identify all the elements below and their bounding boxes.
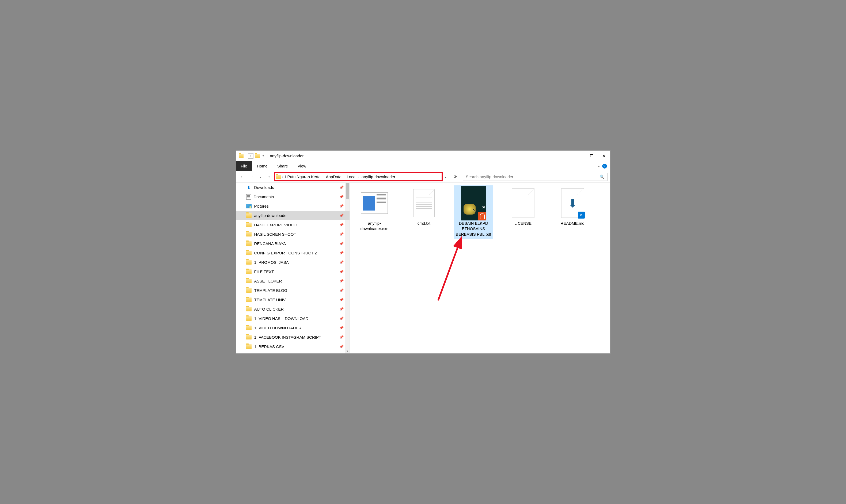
pin-icon: 📌 xyxy=(339,223,343,227)
pin-icon: 📌 xyxy=(339,232,343,236)
pin-icon: 📌 xyxy=(339,251,343,255)
pin-icon: 📌 xyxy=(339,345,343,348)
folder-icon xyxy=(246,326,251,330)
pin-icon: 📌 xyxy=(339,270,343,274)
tree-item[interactable]: FILE TEXT📌 xyxy=(236,267,350,276)
tree-item[interactable]: anyflip-downloader📌 xyxy=(236,211,350,220)
breadcrumb-segment[interactable]: anyflip-downloader xyxy=(360,174,396,180)
tree-item-label: 1. VIDEO HASIL DOWNLOAD xyxy=(254,316,309,321)
chevron-right-icon[interactable]: › xyxy=(282,175,283,178)
qat-properties-icon[interactable]: ✓ xyxy=(248,153,253,159)
tree-item-label: AUTO CLICKER xyxy=(254,307,284,311)
chevron-right-icon[interactable]: › xyxy=(358,175,359,178)
file-item[interactable]: LICENSE xyxy=(504,185,543,239)
tree-item[interactable]: HASIL SCREN SHOOT📌 xyxy=(236,230,350,239)
pin-icon: 📌 xyxy=(339,335,343,339)
folder-icon xyxy=(246,260,251,265)
tree-item[interactable]: RENCANA BIAYA📌 xyxy=(236,239,350,248)
file-item[interactable]: cmd.txt xyxy=(405,185,443,239)
folder-icon xyxy=(246,288,251,293)
close-button[interactable]: ✕ xyxy=(598,150,610,161)
tree-item-label: HASIL SCREN SHOOT xyxy=(254,232,296,236)
address-history-dropdown[interactable]: ⌄ xyxy=(444,175,447,178)
tree-item[interactable]: 1. PROMOSI JASA📌 xyxy=(236,258,350,267)
file-thumbnail xyxy=(361,187,388,219)
ribbon-tab-home[interactable]: Home xyxy=(252,161,272,171)
chevron-right-icon[interactable]: › xyxy=(323,175,324,178)
file-list-pane[interactable]: anyflip-downloader.execmd.txt↖XIDESAIN E… xyxy=(350,183,610,354)
tree-item[interactable]: 1. VIDEO HASIL DOWNLOAD📌 xyxy=(236,314,350,323)
tree-item-label: TEMPLATE UNIV xyxy=(254,298,286,302)
pin-icon: 📌 xyxy=(339,279,343,283)
file-item[interactable]: ↖XIDESAIN ELKPD ETNOSAINS BERBASIS PBL.p… xyxy=(454,185,493,239)
folder-icon xyxy=(246,251,251,255)
address-bar[interactable]: › I Putu Ngurah Kerta › AppData › Local … xyxy=(274,172,443,181)
tree-item-label: CONFIG EXPORT CONSTRUCT 2 xyxy=(254,251,317,255)
download-icon: ⬇ xyxy=(246,185,251,190)
qat-newfolder-icon[interactable] xyxy=(255,154,260,158)
tree-item-label: Pictures xyxy=(254,204,269,209)
help-icon[interactable]: ? xyxy=(602,164,607,168)
recent-dropdown-icon[interactable]: ⌄ xyxy=(257,173,264,181)
tree-item-label: HASIL EXPORT VIDEO xyxy=(254,222,297,227)
search-box[interactable]: 🔍 xyxy=(463,173,607,181)
pin-icon: 📌 xyxy=(339,195,343,199)
ribbon-collapse-icon[interactable]: ⌄ xyxy=(598,164,600,168)
ribbon-file-tab[interactable]: File xyxy=(236,161,252,171)
file-label: DESAIN ELKPD ETNOSAINS BERBASIS PBL.pdf xyxy=(456,221,491,237)
tree-item[interactable]: Pictures📌 xyxy=(236,201,350,211)
tree-item[interactable]: AUTO CLICKER📌 xyxy=(236,304,350,314)
tree-item-label: Downloads xyxy=(254,185,274,190)
tree-item[interactable]: CONFIG EXPORT CONSTRUCT 2📌 xyxy=(236,248,350,258)
up-button[interactable]: ↑ xyxy=(266,174,272,180)
explorer-window: ✓ ▾ anyflip-downloader ─ ☐ ✕ File Home S… xyxy=(236,150,611,354)
tree-item[interactable]: ⬇Downloads📌 xyxy=(236,183,350,192)
window-folder-icon xyxy=(239,154,244,158)
tree-item-label: TEMPLATE BLOG xyxy=(254,288,287,293)
minimize-button[interactable]: ─ xyxy=(573,150,586,161)
breadcrumb-segment[interactable]: I Putu Ngurah Kerta xyxy=(284,174,322,180)
navigation-bar: ← → ⌄ ↑ › I Putu Ngurah Kerta › AppData … xyxy=(236,171,610,183)
tree-item[interactable]: 1. BERKAS CSV📌 xyxy=(236,342,350,351)
tree-item-label: 1. VIDEO DOWNLOADER xyxy=(254,326,302,330)
ribbon-tab-share[interactable]: Share xyxy=(272,161,293,171)
picture-icon xyxy=(246,204,251,209)
search-icon[interactable]: 🔍 xyxy=(600,175,604,179)
pin-icon: 📌 xyxy=(339,241,343,246)
tree-item-label: Documents xyxy=(254,195,274,199)
pin-icon: 📌 xyxy=(339,317,343,321)
file-thumbnail: ↖XI xyxy=(460,187,487,219)
tree-item[interactable]: 1. VIDEO DOWNLOADER📌 xyxy=(236,323,350,332)
refresh-button[interactable]: ⟳ xyxy=(454,175,457,179)
file-item[interactable]: ⬇⭘README.md xyxy=(553,185,592,239)
tree-item[interactable]: HASIL EXPORT VIDEO📌 xyxy=(236,220,350,230)
forward-button[interactable]: → xyxy=(248,173,255,181)
qat-dropdown-icon[interactable]: ▾ xyxy=(262,154,265,157)
search-input[interactable] xyxy=(466,175,600,179)
window-title: anyflip-downloader xyxy=(268,154,304,158)
file-item[interactable]: anyflip-downloader.exe xyxy=(355,185,394,239)
chevron-right-icon[interactable]: › xyxy=(343,175,345,178)
breadcrumb-segment[interactable]: Local xyxy=(346,174,357,180)
navigation-pane[interactable]: ▲ ▼ ⬇Downloads📌Documents📌Pictures📌anyfli… xyxy=(236,183,350,354)
back-button[interactable]: ← xyxy=(239,173,246,181)
tree-item[interactable]: TEMPLATE UNIV📌 xyxy=(236,295,350,304)
tree-item[interactable]: TEMPLATE BLOG📌 xyxy=(236,286,350,295)
folder-icon xyxy=(246,213,251,218)
folder-icon xyxy=(246,279,251,283)
tree-item[interactable]: ASSET LOKER📌 xyxy=(236,276,350,286)
tree-item[interactable]: Documents📌 xyxy=(236,192,350,201)
tree-item-label: ASSET LOKER xyxy=(254,279,282,283)
breadcrumb-segment[interactable]: AppData xyxy=(325,174,342,180)
pin-icon: 📌 xyxy=(339,185,343,190)
maximize-button[interactable]: ☐ xyxy=(586,150,598,161)
file-label: README.md xyxy=(560,221,584,226)
annotation-arrow xyxy=(436,236,465,303)
folder-icon xyxy=(246,298,251,302)
ribbon: File Home Share View ⌄ ? xyxy=(236,161,610,171)
svg-line-1 xyxy=(438,239,461,301)
ribbon-tab-view[interactable]: View xyxy=(293,161,311,171)
tree-item[interactable]: 1. FACEBOOK INSTAGRAM SCRIPT📌 xyxy=(236,332,350,342)
address-folder-icon xyxy=(276,175,281,179)
pin-icon: 📌 xyxy=(339,307,343,311)
